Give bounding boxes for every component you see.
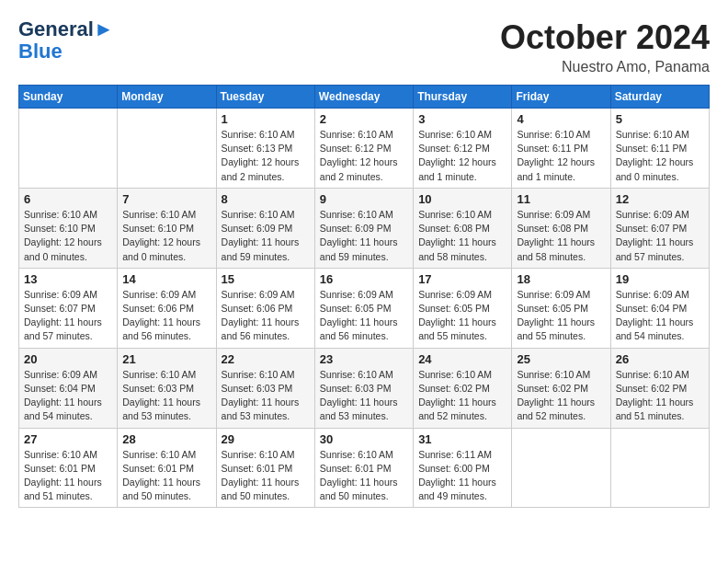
calendar-col-saturday: Saturday [610,86,709,109]
calendar-cell: 3Sunrise: 6:10 AM Sunset: 6:12 PM Daylig… [414,109,512,189]
day-number: 22 [222,352,310,366]
day-number: 2 [320,112,408,126]
calendar-cell: 16Sunrise: 6:09 AM Sunset: 6:05 PM Dayli… [314,268,413,348]
day-number: 20 [24,352,112,366]
calendar-col-tuesday: Tuesday [216,86,314,109]
calendar-week-5: 27Sunrise: 6:10 AM Sunset: 6:01 PM Dayli… [19,428,710,508]
logo-arrow-icon: ► [94,18,114,40]
calendar-cell: 29Sunrise: 6:10 AM Sunset: 6:01 PM Dayli… [216,428,314,508]
calendar-cell: 12Sunrise: 6:09 AM Sunset: 6:07 PM Dayli… [610,188,709,268]
calendar-week-1: 1Sunrise: 6:10 AM Sunset: 6:13 PM Daylig… [19,109,710,189]
logo-blue: Blue [18,40,114,63]
day-number: 9 [320,192,408,206]
page-header: General ► Blue October 2024 Nuestro Amo,… [18,18,710,75]
day-number: 15 [222,272,310,286]
day-number: 4 [517,112,605,126]
calendar-cell: 2Sunrise: 6:10 AM Sunset: 6:12 PM Daylig… [314,109,413,189]
day-number: 11 [517,192,605,206]
day-number: 29 [222,432,310,446]
calendar-cell: 6Sunrise: 6:10 AM Sunset: 6:10 PM Daylig… [19,188,118,268]
calendar-cell: 14Sunrise: 6:09 AM Sunset: 6:06 PM Dayli… [118,268,216,348]
calendar-cell: 27Sunrise: 6:10 AM Sunset: 6:01 PM Dayli… [19,428,118,508]
day-info: Sunrise: 6:09 AM Sunset: 6:05 PM Dayligh… [517,288,605,344]
day-info: Sunrise: 6:09 AM Sunset: 6:05 PM Dayligh… [320,288,408,344]
day-info: Sunrise: 6:10 AM Sunset: 6:03 PM Dayligh… [122,368,210,424]
calendar-cell: 21Sunrise: 6:10 AM Sunset: 6:03 PM Dayli… [118,348,216,428]
calendar-cell: 15Sunrise: 6:09 AM Sunset: 6:06 PM Dayli… [216,268,314,348]
day-number: 28 [122,432,210,446]
calendar-cell: 11Sunrise: 6:09 AM Sunset: 6:08 PM Dayli… [512,188,610,268]
calendar-col-thursday: Thursday [414,86,512,109]
calendar-cell: 30Sunrise: 6:10 AM Sunset: 6:01 PM Dayli… [314,428,413,508]
day-info: Sunrise: 6:10 AM Sunset: 6:01 PM Dayligh… [320,448,408,504]
day-info: Sunrise: 6:10 AM Sunset: 6:08 PM Dayligh… [418,208,506,264]
day-number: 19 [616,272,704,286]
calendar-cell: 20Sunrise: 6:09 AM Sunset: 6:04 PM Dayli… [19,348,118,428]
day-info: Sunrise: 6:10 AM Sunset: 6:03 PM Dayligh… [320,368,408,424]
day-number: 6 [24,192,112,206]
calendar-cell [610,428,709,508]
day-info: Sunrise: 6:10 AM Sunset: 6:10 PM Dayligh… [24,208,112,264]
calendar-col-friday: Friday [512,86,610,109]
day-number: 21 [122,352,210,366]
month-title: October 2024 [500,18,710,57]
day-info: Sunrise: 6:10 AM Sunset: 6:11 PM Dayligh… [616,128,704,184]
calendar-cell: 17Sunrise: 6:09 AM Sunset: 6:05 PM Dayli… [414,268,512,348]
calendar-cell [118,109,216,189]
day-number: 13 [24,272,112,286]
day-info: Sunrise: 6:09 AM Sunset: 6:04 PM Dayligh… [616,288,704,344]
logo: General ► Blue [18,18,114,63]
day-info: Sunrise: 6:09 AM Sunset: 6:07 PM Dayligh… [616,208,704,264]
location: Nuestro Amo, Panama [500,59,710,75]
day-number: 17 [418,272,506,286]
day-info: Sunrise: 6:10 AM Sunset: 6:01 PM Dayligh… [24,448,112,504]
calendar-cell: 7Sunrise: 6:10 AM Sunset: 6:10 PM Daylig… [118,188,216,268]
calendar-body: 1Sunrise: 6:10 AM Sunset: 6:13 PM Daylig… [19,109,710,508]
day-info: Sunrise: 6:10 AM Sunset: 6:03 PM Dayligh… [222,368,310,424]
day-info: Sunrise: 6:09 AM Sunset: 6:07 PM Dayligh… [24,288,112,344]
calendar-cell: 23Sunrise: 6:10 AM Sunset: 6:03 PM Dayli… [314,348,413,428]
calendar-col-wednesday: Wednesday [314,86,413,109]
calendar-header-row: SundayMondayTuesdayWednesdayThursdayFrid… [19,86,710,109]
day-number: 5 [616,112,704,126]
day-number: 26 [616,352,704,366]
day-number: 12 [616,192,704,206]
calendar-cell: 19Sunrise: 6:09 AM Sunset: 6:04 PM Dayli… [610,268,709,348]
day-info: Sunrise: 6:09 AM Sunset: 6:06 PM Dayligh… [222,288,310,344]
day-number: 25 [517,352,605,366]
calendar-cell: 9Sunrise: 6:10 AM Sunset: 6:09 PM Daylig… [314,188,413,268]
day-info: Sunrise: 6:10 AM Sunset: 6:10 PM Dayligh… [122,208,210,264]
day-info: Sunrise: 6:10 AM Sunset: 6:12 PM Dayligh… [418,128,506,184]
day-info: Sunrise: 6:10 AM Sunset: 6:01 PM Dayligh… [122,448,210,504]
calendar-week-3: 13Sunrise: 6:09 AM Sunset: 6:07 PM Dayli… [19,268,710,348]
day-info: Sunrise: 6:10 AM Sunset: 6:09 PM Dayligh… [222,208,310,264]
calendar-cell: 25Sunrise: 6:10 AM Sunset: 6:02 PM Dayli… [512,348,610,428]
calendar-cell: 4Sunrise: 6:10 AM Sunset: 6:11 PM Daylig… [512,109,610,189]
calendar-cell: 8Sunrise: 6:10 AM Sunset: 6:09 PM Daylig… [216,188,314,268]
day-number: 23 [320,352,408,366]
day-info: Sunrise: 6:10 AM Sunset: 6:01 PM Dayligh… [222,448,310,504]
day-number: 3 [418,112,506,126]
calendar-cell: 24Sunrise: 6:10 AM Sunset: 6:02 PM Dayli… [414,348,512,428]
day-info: Sunrise: 6:09 AM Sunset: 6:05 PM Dayligh… [418,288,506,344]
day-number: 24 [418,352,506,366]
calendar-cell: 1Sunrise: 6:10 AM Sunset: 6:13 PM Daylig… [216,109,314,189]
calendar-cell: 18Sunrise: 6:09 AM Sunset: 6:05 PM Dayli… [512,268,610,348]
day-info: Sunrise: 6:11 AM Sunset: 6:00 PM Dayligh… [418,448,506,504]
calendar-cell: 28Sunrise: 6:10 AM Sunset: 6:01 PM Dayli… [118,428,216,508]
day-number: 10 [418,192,506,206]
calendar-cell [19,109,118,189]
day-info: Sunrise: 6:10 AM Sunset: 6:02 PM Dayligh… [517,368,605,424]
calendar-cell: 22Sunrise: 6:10 AM Sunset: 6:03 PM Dayli… [216,348,314,428]
day-number: 8 [222,192,310,206]
day-number: 16 [320,272,408,286]
logo-general: General [18,18,94,40]
day-info: Sunrise: 6:09 AM Sunset: 6:04 PM Dayligh… [24,368,112,424]
day-info: Sunrise: 6:10 AM Sunset: 6:11 PM Dayligh… [517,128,605,184]
day-info: Sunrise: 6:10 AM Sunset: 6:09 PM Dayligh… [320,208,408,264]
day-info: Sunrise: 6:10 AM Sunset: 6:12 PM Dayligh… [320,128,408,184]
calendar-col-sunday: Sunday [19,86,118,109]
calendar-cell: 13Sunrise: 6:09 AM Sunset: 6:07 PM Dayli… [19,268,118,348]
calendar-week-2: 6Sunrise: 6:10 AM Sunset: 6:10 PM Daylig… [19,188,710,268]
day-number: 7 [122,192,210,206]
